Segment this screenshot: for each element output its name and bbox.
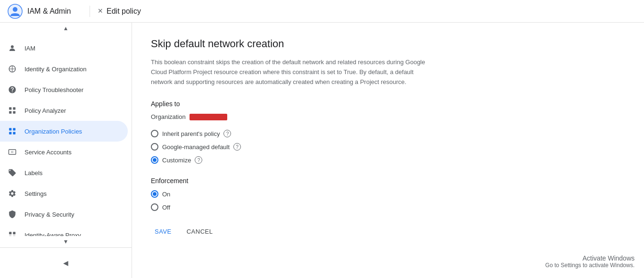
svg-rect-12 bbox=[9, 132, 11, 135]
sidebar-item-privacy-security[interactable]: Privacy & Security bbox=[0, 204, 128, 225]
inherit-parent-policy-option[interactable]: Inherit parent's policy ? bbox=[151, 130, 625, 137]
customize-label: Customize bbox=[162, 157, 191, 164]
scroll-down-arrow[interactable]: ▼ bbox=[0, 236, 132, 247]
enforcement-title: Enforcement bbox=[151, 177, 625, 185]
sidebar-item-policy-analyzer-label: Policy Analyzer bbox=[25, 107, 66, 114]
sidebar-item-policy-analyzer[interactable]: Policy Analyzer bbox=[0, 100, 128, 121]
svg-text:ID: ID bbox=[11, 151, 13, 153]
svg-rect-11 bbox=[13, 128, 16, 130]
svg-rect-16 bbox=[9, 232, 11, 234]
save-button[interactable]: SAVE bbox=[151, 224, 175, 239]
sidebar-item-settings-label: Settings bbox=[25, 190, 47, 197]
identity-org-icon bbox=[8, 64, 17, 74]
main-layout: ▲ IAM Identity & Organization Policy Tro… bbox=[0, 23, 644, 278]
enforcement-options-group: On Off bbox=[151, 190, 625, 211]
sidebar-item-iam[interactable]: IAM bbox=[0, 38, 128, 59]
enforcement-off-radio[interactable] bbox=[151, 203, 158, 211]
scroll-up-arrow[interactable]: ▲ bbox=[0, 23, 132, 34]
google-managed-help-icon[interactable]: ? bbox=[233, 143, 241, 151]
top-bar-divider bbox=[90, 6, 90, 17]
google-managed-default-option[interactable]: Google-managed default ? bbox=[151, 143, 625, 151]
enforcement-on-radio[interactable] bbox=[151, 190, 158, 198]
org-policies-icon bbox=[8, 126, 17, 136]
sidebar-item-identity-org-label: Identity & Organization bbox=[25, 66, 87, 73]
sidebar-item-identity-aware-proxy-label: Identity-Aware Proxy bbox=[25, 232, 81, 236]
sidebar-item-iam-label: IAM bbox=[25, 45, 35, 52]
policy-troubleshooter-icon bbox=[8, 85, 17, 94]
sidebar-scroll: IAM Identity & Organization Policy Troub… bbox=[0, 34, 132, 236]
app-logo: IAM & Admin bbox=[8, 4, 71, 19]
applies-to-value-redacted bbox=[190, 114, 227, 120]
sidebar-item-identity-aware-proxy[interactable]: Identity-Aware Proxy bbox=[0, 225, 128, 236]
sidebar-item-labels-label: Labels bbox=[25, 169, 42, 177]
google-managed-default-label: Google-managed default bbox=[162, 143, 230, 151]
svg-point-2 bbox=[11, 45, 14, 48]
page-title: Skip default network creation bbox=[151, 38, 625, 50]
sidebar-item-privacy-security-label: Privacy & Security bbox=[25, 211, 74, 218]
sidebar-item-org-policies-label: Organization Policies bbox=[25, 128, 82, 135]
svg-point-1 bbox=[13, 7, 17, 12]
enforcement-on-label: On bbox=[162, 191, 170, 198]
applies-to-row: Organization bbox=[151, 113, 625, 120]
inherit-help-icon[interactable]: ? bbox=[223, 130, 231, 137]
identity-aware-proxy-icon bbox=[8, 230, 17, 236]
enforcement-on-radio-inner bbox=[153, 192, 157, 196]
inherit-parent-policy-label: Inherit parent's policy bbox=[162, 130, 220, 137]
svg-rect-8 bbox=[9, 111, 11, 114]
settings-icon bbox=[8, 189, 17, 198]
svg-rect-10 bbox=[9, 128, 11, 130]
top-bar: IAM & Admin × Edit policy bbox=[0, 0, 644, 23]
customize-radio[interactable] bbox=[151, 156, 158, 164]
policy-analyzer-icon bbox=[8, 106, 17, 115]
applies-to-label: Applies to bbox=[151, 100, 625, 108]
enforcement-off-option[interactable]: Off bbox=[151, 203, 625, 211]
customize-radio-inner bbox=[153, 158, 157, 162]
inherit-parent-policy-radio[interactable] bbox=[151, 130, 158, 137]
customize-help-icon[interactable]: ? bbox=[195, 156, 202, 164]
labels-icon bbox=[8, 168, 17, 177]
applies-to-key: Organization bbox=[151, 113, 186, 120]
enforcement-on-option[interactable]: On bbox=[151, 190, 625, 198]
svg-rect-9 bbox=[13, 111, 16, 114]
edit-policy-header: × Edit policy bbox=[98, 6, 140, 16]
sidebar-item-service-accounts[interactable]: ID Service Accounts bbox=[0, 142, 128, 162]
close-button[interactable]: × bbox=[98, 6, 103, 16]
customize-option[interactable]: Customize ? bbox=[151, 156, 625, 164]
sidebar-collapse-button[interactable]: ◀ bbox=[58, 255, 74, 270]
enforcement-off-label: Off bbox=[162, 204, 170, 211]
content-area: Skip default network creation This boole… bbox=[132, 23, 644, 278]
svg-rect-17 bbox=[13, 232, 16, 234]
iam-icon bbox=[8, 43, 17, 53]
sidebar-item-org-policies[interactable]: Organization Policies bbox=[0, 121, 128, 142]
page-description: This boolean constraint skips the creati… bbox=[151, 58, 434, 87]
sidebar: ▲ IAM Identity & Organization Policy Tro… bbox=[0, 23, 132, 278]
service-accounts-icon: ID bbox=[8, 147, 17, 157]
sidebar-item-service-accounts-label: Service Accounts bbox=[25, 149, 72, 156]
policy-options-group: Inherit parent's policy ? Google-managed… bbox=[151, 130, 625, 164]
sidebar-item-policy-troubleshooter-label: Policy Troubleshooter bbox=[25, 86, 83, 93]
enforcement-section: Enforcement On Off bbox=[151, 177, 625, 211]
sidebar-item-policy-troubleshooter[interactable]: Policy Troubleshooter bbox=[0, 79, 128, 100]
edit-policy-label: Edit policy bbox=[107, 7, 141, 16]
sidebar-item-identity-org[interactable]: Identity & Organization bbox=[0, 59, 128, 79]
action-buttons: SAVE CANCEL bbox=[151, 224, 625, 239]
svg-rect-6 bbox=[9, 107, 11, 110]
svg-rect-7 bbox=[13, 107, 16, 110]
svg-rect-13 bbox=[13, 132, 16, 135]
cancel-button[interactable]: CANCEL bbox=[183, 224, 217, 239]
iam-admin-icon bbox=[8, 4, 23, 19]
sidebar-item-labels[interactable]: Labels bbox=[0, 162, 128, 183]
sidebar-item-settings[interactable]: Settings bbox=[0, 183, 128, 204]
privacy-security-icon bbox=[8, 210, 17, 219]
app-title: IAM & Admin bbox=[27, 7, 71, 16]
google-managed-default-radio[interactable] bbox=[151, 143, 158, 151]
